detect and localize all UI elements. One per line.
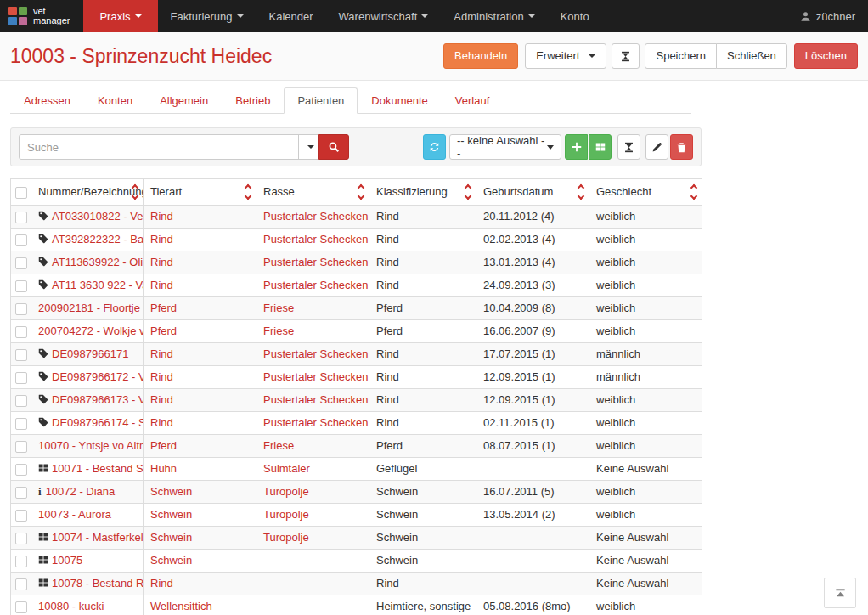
search-button[interactable]: [318, 134, 349, 160]
patient-number-link[interactable]: 10072 - Diana: [46, 485, 116, 498]
patient-number-link[interactable]: AT033010822 - Vera: [52, 210, 144, 223]
row-checkbox[interactable]: [15, 395, 27, 407]
patient-number-link[interactable]: 10080 - kucki: [38, 600, 104, 612]
tierart-link[interactable]: Schwein: [150, 485, 192, 498]
rasse-link[interactable]: Pustertaler Schecken: [263, 370, 369, 383]
rasse-link[interactable]: Turopolje: [263, 508, 309, 521]
patient-number-link[interactable]: 10071 - Bestand Sul...: [52, 462, 144, 475]
row-checkbox[interactable]: [15, 418, 27, 430]
patient-number-link[interactable]: 10073 - Aurora: [38, 508, 111, 521]
speichern-button[interactable]: Speichern: [645, 43, 717, 69]
tab-patienten[interactable]: Patienten: [284, 87, 358, 114]
row-checkbox[interactable]: [15, 533, 27, 544]
rasse-link[interactable]: Pustertaler Schecken: [263, 256, 369, 268]
row-checkbox[interactable]: [15, 464, 27, 476]
nav-item-warenwirtschaft[interactable]: Warenwirtschaft: [326, 0, 442, 32]
row-checkbox[interactable]: [15, 280, 27, 292]
rasse-link[interactable]: Pustertaler Schecken: [263, 347, 369, 360]
patient-number-link[interactable]: 10078 - Bestand Rin...: [52, 577, 144, 590]
column-header-1[interactable]: Tierart: [144, 179, 256, 206]
patient-number-link[interactable]: DE0987966172 - Vic...: [52, 370, 144, 383]
tab-verlauf[interactable]: Verlauf: [442, 87, 503, 114]
hourglass-button-toolbar[interactable]: [617, 134, 640, 160]
tab-dokumente[interactable]: Dokumente: [358, 87, 441, 114]
tierart-link[interactable]: Pferd: [150, 302, 177, 314]
row-checkbox[interactable]: [15, 234, 27, 246]
sort-chevrons[interactable]: [465, 185, 471, 199]
tierart-link[interactable]: Rind: [150, 210, 173, 223]
patient-number-link[interactable]: DE0987966174 - Sc...: [52, 416, 144, 429]
patient-number-link[interactable]: AT392822322 - Bambi: [52, 233, 144, 245]
nav-item-konto[interactable]: Konto: [548, 0, 602, 32]
row-checkbox[interactable]: [15, 212, 27, 223]
row-checkbox[interactable]: [15, 601, 27, 613]
search-input[interactable]: [19, 134, 299, 160]
row-checkbox[interactable]: [15, 257, 27, 269]
tierart-link[interactable]: Schwein: [150, 508, 192, 521]
row-checkbox[interactable]: [15, 441, 27, 453]
patient-number-link[interactable]: 10070 - Yntsje vo Altm...: [38, 439, 144, 452]
hourglass-button[interactable]: [612, 43, 640, 69]
erweitert-dropdown-button[interactable]: Erweitert: [525, 43, 606, 69]
tierart-link[interactable]: Pferd: [150, 439, 177, 452]
tab-betrieb[interactable]: Betrieb: [222, 87, 284, 114]
tab-allgemein[interactable]: Allgemein: [146, 87, 222, 114]
vetmanager-logo[interactable]: vet manager: [0, 0, 83, 32]
patient-number-link[interactable]: DE0987966173 - Vic...: [52, 393, 144, 406]
sort-chevrons[interactable]: [578, 185, 583, 199]
row-checkbox[interactable]: [15, 578, 27, 590]
filter-select[interactable]: -- keine Auswahl --: [449, 134, 561, 160]
column-header-0[interactable]: Nummer/Bezeichnung: [31, 179, 144, 206]
patient-number-link[interactable]: 200704272 - Wolkje va...: [38, 324, 144, 337]
delete-button[interactable]: [670, 134, 693, 160]
column-header-5[interactable]: Geschlecht: [589, 179, 702, 206]
tierart-link[interactable]: Schwein: [150, 554, 192, 567]
loeschen-button[interactable]: Löschen: [794, 43, 858, 69]
tierart-link[interactable]: Schwein: [150, 531, 192, 544]
sort-chevrons[interactable]: [245, 185, 251, 199]
tierart-link[interactable]: Rind: [150, 279, 173, 291]
tab-konten[interactable]: Konten: [84, 87, 146, 114]
tierart-link[interactable]: Wellensittich: [150, 600, 212, 612]
refresh-button[interactable]: [423, 134, 446, 160]
row-checkbox[interactable]: [15, 303, 27, 315]
tierart-link[interactable]: Pferd: [150, 324, 177, 337]
add-group-button[interactable]: [589, 134, 612, 160]
sort-chevrons[interactable]: [132, 185, 138, 199]
rasse-link[interactable]: Pustertaler Schecken: [263, 210, 369, 223]
patient-number-link[interactable]: 200902181 - Floortje va...: [38, 302, 144, 314]
row-checkbox[interactable]: [15, 556, 27, 567]
rasse-link[interactable]: Friese: [263, 439, 294, 452]
rasse-link[interactable]: Turopolje: [263, 485, 309, 498]
tierart-link[interactable]: Huhn: [150, 462, 177, 475]
row-checkbox[interactable]: [15, 487, 27, 499]
user-menu[interactable]: züchner: [787, 0, 868, 32]
sort-chevrons[interactable]: [691, 185, 696, 199]
select-all-checkbox[interactable]: [15, 187, 27, 199]
scroll-top-button[interactable]: [824, 578, 856, 608]
rasse-link[interactable]: Pustertaler Schecken: [263, 279, 369, 291]
column-header-2[interactable]: Rasse: [256, 179, 369, 206]
tierart-link[interactable]: Rind: [150, 370, 173, 383]
nav-item-praxis[interactable]: Praxis: [83, 0, 157, 32]
nav-item-administration[interactable]: Administration: [441, 0, 547, 32]
tab-adressen[interactable]: Adressen: [10, 87, 84, 114]
rasse-link[interactable]: Turopolje: [263, 531, 309, 544]
patient-number-link[interactable]: AT11 3630 922 - Van...: [52, 279, 144, 291]
search-options-button[interactable]: [298, 134, 318, 160]
patient-number-link[interactable]: 10075: [52, 554, 82, 567]
rasse-link[interactable]: Pustertaler Schecken: [263, 416, 369, 429]
schliessen-button[interactable]: Schließen: [716, 43, 787, 69]
nav-item-kalender[interactable]: Kalender: [256, 0, 326, 32]
patient-number-link[interactable]: DE0987966171: [52, 347, 128, 360]
tierart-link[interactable]: Rind: [150, 347, 173, 360]
column-header-4[interactable]: Geburtsdatum: [476, 179, 589, 206]
add-patient-button[interactable]: [565, 134, 588, 160]
tierart-link[interactable]: Rind: [150, 393, 173, 406]
row-checkbox[interactable]: [15, 326, 27, 338]
rasse-link[interactable]: Pustertaler Schecken: [263, 233, 369, 245]
row-checkbox[interactable]: [15, 349, 27, 361]
tierart-link[interactable]: Rind: [150, 233, 173, 245]
behandeln-button[interactable]: Behandeln: [443, 43, 518, 69]
rasse-link[interactable]: Friese: [263, 324, 294, 337]
